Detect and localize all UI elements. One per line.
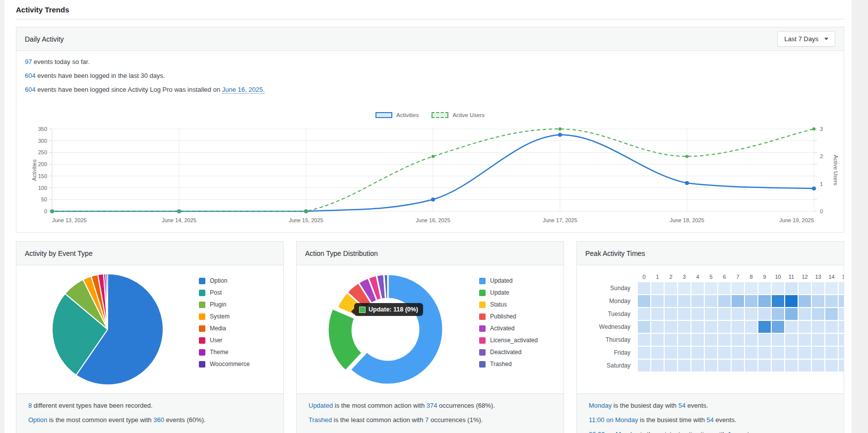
legend-item-post[interactable]: Post — [199, 289, 283, 296]
heatmap-cell — [785, 321, 798, 333]
heatmap-cell — [812, 334, 824, 346]
svg-text:300: 300 — [38, 138, 47, 144]
legend-swatch — [199, 337, 205, 344]
active-users-legend-swatch — [432, 112, 448, 118]
legend-item-plugin[interactable]: Plugin — [199, 301, 283, 308]
heatmap-cell — [772, 360, 784, 371]
date-range-value: Last 7 Days — [784, 35, 818, 43]
stat-line: Monday is the busiest day with 54 events… — [589, 402, 832, 410]
legend-item-license_activated[interactable]: License_activated — [479, 337, 563, 344]
heatmap-cell — [691, 295, 704, 307]
line-chart-legend: ActivitiesActive Users — [16, 112, 844, 118]
heatmap-cell — [705, 321, 717, 333]
heatmap-cell — [772, 347, 784, 359]
legend-item-woocommerce[interactable]: Woocommerce — [199, 361, 283, 368]
x-axis-label: June 18, 2025 — [670, 217, 704, 223]
heatmap-cell — [651, 360, 664, 371]
legend-swatch — [479, 337, 486, 344]
heatmap-cell — [745, 295, 757, 307]
stat-line: 604 events have been logged in the last … — [25, 71, 835, 80]
legend-item-system[interactable]: System — [199, 313, 283, 320]
heatmap-cell — [772, 282, 784, 294]
heatmap-cell — [651, 308, 664, 320]
legend-item-active-users[interactable]: Active Users — [432, 112, 485, 118]
heatmap-cell — [839, 321, 844, 333]
heatmap-cell — [839, 347, 844, 359]
legend-item-theme[interactable]: Theme — [199, 349, 283, 356]
event-type-chart-wrap — [16, 265, 199, 393]
heatmap-cell — [732, 308, 744, 320]
heatmap-cell — [785, 347, 798, 359]
legend-item-deactivated[interactable]: Deactivated — [479, 349, 563, 356]
legend-item-option[interactable]: Option — [199, 277, 283, 284]
heatmap-cell — [758, 282, 771, 294]
heatmap-cell — [825, 360, 838, 371]
heatmap-cell — [665, 360, 677, 371]
legend-item-published[interactable]: Published — [479, 313, 563, 320]
pie-slice-update[interactable] — [328, 309, 362, 371]
heatmap-cell — [691, 347, 704, 359]
lower-panels-row: Activity by Event Type OptionPostPluginS… — [16, 241, 844, 433]
heatmap-cell — [705, 282, 717, 294]
heatmap-cell — [705, 334, 717, 346]
heatmap-hour-label: 7 — [732, 272, 744, 281]
legend-swatch — [479, 361, 486, 368]
heatmap-cell — [678, 321, 690, 333]
heatmap-hour-label: 11 — [785, 272, 798, 281]
heatmap-cell — [718, 360, 731, 371]
legend-item-media[interactable]: Media — [199, 325, 283, 332]
heatmap-cell — [772, 321, 784, 333]
x-axis-label: June 15, 2025 — [289, 217, 323, 223]
svg-text:0: 0 — [820, 208, 823, 214]
date-range-select[interactable]: Last 7 Days — [777, 31, 835, 47]
page-title: Activity Trends — [16, 5, 844, 14]
tooltip-text: Update: 118 (0%) — [369, 306, 418, 313]
legend-item-activated[interactable]: Activated — [479, 325, 563, 332]
heatmap-cell — [691, 308, 704, 320]
stat-line: Option is the most common event type wit… — [28, 416, 271, 424]
legend-item-update[interactable]: Update — [479, 289, 563, 296]
x-axis-label: June 19, 2025 — [779, 217, 814, 223]
legend-swatch — [199, 290, 205, 296]
svg-text:2: 2 — [820, 153, 823, 159]
legend-item-activities[interactable]: Activities — [375, 112, 419, 118]
legend-item-updated[interactable]: Updated — [479, 277, 563, 284]
event-type-footer: 8 different event types have been record… — [16, 393, 283, 433]
action-type-panel: Action Type Distribution Update: 118 (0%… — [296, 241, 564, 433]
legend-item-user[interactable]: User — [199, 337, 283, 344]
title-divider — [16, 19, 844, 19]
heatmap-cell — [638, 282, 650, 294]
heatmap-hour-label: 10 — [772, 272, 784, 281]
legend-item-trashed[interactable]: Trashed — [479, 361, 563, 368]
heatmap-cell — [825, 308, 838, 320]
legend-swatch — [199, 278, 205, 284]
heatmap-cell — [745, 334, 757, 346]
heatmap-cell — [705, 295, 717, 307]
heatmap-cell — [758, 347, 771, 359]
heatmap-cell — [758, 334, 771, 346]
action-type-donut-chart — [326, 267, 450, 391]
heatmap-cell — [638, 308, 650, 320]
svg-text:Active Users: Active Users — [833, 155, 839, 186]
heatmap-cell — [772, 295, 784, 307]
heatmap-day-label: Tuesday — [590, 308, 637, 320]
heatmap-cell — [651, 321, 664, 333]
stat-line: 11:00 on Monday is the busiest time with… — [589, 416, 832, 424]
heatmap-cell — [732, 347, 744, 359]
heatmap-cell — [705, 360, 717, 371]
heatmap-cell — [678, 308, 690, 320]
heatmap-hour-label: 4 — [691, 272, 704, 281]
heatmap-cell — [705, 347, 717, 359]
heatmap-cell — [718, 347, 731, 359]
heatmap-cell — [758, 321, 771, 333]
daily-activity-title: Daily Activity — [25, 35, 64, 43]
heatmap-cell — [678, 347, 690, 359]
heatmap-cell — [812, 347, 824, 359]
daily-activity-panel: Daily Activity Last 7 Days 97 events tod… — [16, 27, 844, 233]
heatmap-cell — [785, 295, 798, 307]
date-link[interactable]: June 16, 2025. — [222, 86, 265, 94]
x-axis-label: June 13, 2025 — [52, 217, 87, 223]
page: Activity Trends Daily Activity Last 7 Da… — [0, 0, 868, 433]
heatmap-cell — [691, 334, 704, 346]
legend-item-status[interactable]: Status — [479, 301, 563, 308]
